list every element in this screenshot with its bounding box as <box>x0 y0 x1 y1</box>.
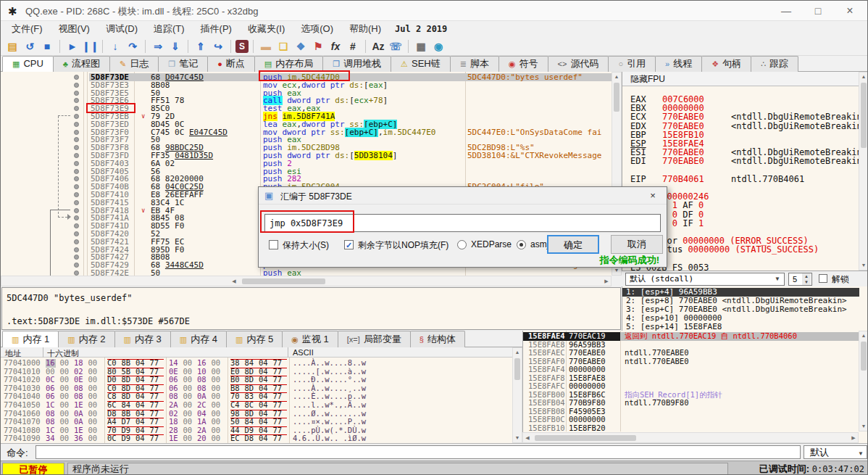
run-icon[interactable]: ► <box>64 39 80 54</box>
hex-byte[interactable]: 38 <box>230 359 241 368</box>
tab-seh-chain[interactable]: ⚠SEH链 <box>391 56 451 72</box>
hex-byte[interactable]: D7 <box>122 418 132 426</box>
breakpoint-dot[interactable] <box>74 122 79 127</box>
labels-icon[interactable]: ❖ <box>293 39 309 54</box>
hex-byte[interactable]: 00 <box>88 401 99 410</box>
tab-watch[interactable]: ◉监视 1 <box>282 331 338 347</box>
keep-size-checkbox[interactable] <box>269 240 278 249</box>
run-to-cursor-icon[interactable]: ⇒ <box>150 39 166 54</box>
scroll-left-arrow[interactable]: ◀ <box>523 434 532 442</box>
hex-byte[interactable]: 00 <box>212 434 222 443</box>
tab-struct[interactable]: §结构体 <box>410 331 465 347</box>
hex-byte[interactable]: 00 <box>183 376 193 384</box>
hide-fpu-button[interactable]: 隐藏FPU <box>622 72 859 86</box>
hex-byte[interactable]: 04 <box>135 359 146 368</box>
hex-byte[interactable]: 04 <box>135 401 146 410</box>
register-row[interactable]: EDI770EABE0 <ntdll.DbgUiRemoteBreakin> <box>630 157 859 165</box>
hex-byte[interactable]: 84 <box>245 359 255 368</box>
hex-byte[interactable]: 00 <box>212 401 222 410</box>
breakpoint-dot[interactable] <box>74 263 79 268</box>
hex-byte[interactable]: 77 <box>273 359 283 368</box>
tab-memory-1[interactable]: ▥内存 1 <box>2 331 59 347</box>
spin-up-icon[interactable]: ▲ <box>802 273 811 279</box>
hex-byte[interactable]: 0C <box>107 434 117 443</box>
breakpoint-dot[interactable] <box>74 137 79 142</box>
hex-byte[interactable]: 04 <box>259 359 269 368</box>
hex-byte[interactable]: 00 <box>60 376 70 384</box>
case-icon[interactable]: Az <box>370 39 386 54</box>
scroll-down-arrow[interactable]: ▼ <box>859 261 868 270</box>
breakpoint-dot[interactable] <box>74 223 79 228</box>
tab-call-stack[interactable]: ❒调用堆栈 <box>322 56 391 72</box>
hex-byte[interactable]: 00 <box>88 359 99 368</box>
hex-byte[interactable]: 1E <box>74 401 84 410</box>
unlock-checkbox[interactable] <box>819 274 827 283</box>
hex-byte[interactable]: 0C <box>46 376 56 384</box>
chevron-down-icon[interactable]: ▼ <box>858 447 864 460</box>
hex-byte[interactable]: 04 <box>135 434 146 443</box>
modules-icon[interactable]: ☏ <box>388 39 404 54</box>
hex-byte[interactable]: D8 <box>245 434 255 443</box>
hex-byte[interactable]: 00 <box>183 359 193 368</box>
hex-byte[interactable]: 34 <box>46 434 56 443</box>
breakpoint-dot[interactable] <box>74 270 79 276</box>
hash-icon[interactable]: # <box>345 39 361 54</box>
hex-byte[interactable]: 77 <box>150 418 160 426</box>
bookmarks-icon[interactable]: ⚑ <box>310 39 326 54</box>
hex-byte[interactable]: 00 <box>212 359 222 368</box>
scroll-down-arrow[interactable]: ▼ <box>859 422 868 431</box>
hex-byte[interactable]: 00 <box>88 376 99 384</box>
step-out-icon[interactable]: ⇑ <box>193 39 209 54</box>
asmjit-radio[interactable] <box>517 240 526 249</box>
register-row[interactable]: EBP15E8FB10 <box>630 131 859 139</box>
menu-item-1[interactable]: 视图(V) <box>51 21 98 37</box>
hex-byte[interactable]: 00 <box>60 434 70 443</box>
register-row[interactable]: EAX007C6000 <box>630 95 859 104</box>
register-row[interactable]: EIP770B4061 ntdll.770B4061 <box>630 175 859 183</box>
disasm-row[interactable]: 5D8F742E50push eax <box>1 269 612 276</box>
dialog-close-icon[interactable]: × <box>643 189 662 202</box>
cancel-button[interactable]: 取消 <box>611 235 663 254</box>
tab-notes[interactable]: ❐笔记 <box>158 56 208 72</box>
breakpoint-dot[interactable] <box>74 130 79 135</box>
hex-byte[interactable]: 14 <box>169 359 179 368</box>
tab-cpu[interactable]: ▦CPU <box>2 56 54 72</box>
nop-fill-checkbox[interactable]: ✓ <box>344 240 354 249</box>
stack-vscrollbar[interactable]: ▲ ▼ <box>859 331 868 431</box>
hex-byte[interactable]: 77 <box>273 376 283 384</box>
scroll-up-arrow[interactable]: ▲ <box>859 73 868 81</box>
stack-pane[interactable]: 15E8FAE4770EAC19返回到 ntdll.770EAC19 自 ntd… <box>522 331 868 443</box>
menu-item-7[interactable]: 帮助(H) <box>341 21 389 37</box>
breakpoint-dot[interactable] <box>74 208 79 213</box>
hex-byte[interactable]: 0E <box>74 376 84 384</box>
menu-item-3[interactable]: 追踪(T) <box>146 21 193 37</box>
tab-trace[interactable]: ∴跟踪 <box>751 56 798 72</box>
hex-byte[interactable]: 08 <box>197 376 207 384</box>
ok-button[interactable]: 确定 <box>547 235 599 254</box>
minimize-button[interactable]: — <box>770 1 802 21</box>
hex-byte[interactable]: 77 <box>150 434 160 443</box>
command-profile-select[interactable]: 默认▼ <box>804 445 867 459</box>
hex-byte[interactable]: 04 <box>135 418 146 426</box>
functions-icon[interactable]: fx <box>327 39 343 54</box>
stack-row[interactable]: 15E8FAFC00000000 <box>523 382 859 391</box>
breakpoint-dot[interactable] <box>74 239 79 244</box>
arguments-pane[interactable]: 1: [esp+4] 96A59BB32: [esp+8] 770EABE0 <… <box>622 286 868 331</box>
breakpoint-dot[interactable] <box>74 114 79 119</box>
hex-byte[interactable]: D0 <box>107 376 117 384</box>
tab-handles[interactable]: ❖句柄 <box>701 56 751 72</box>
hex-byte[interactable]: 18 <box>169 418 179 426</box>
step-down-icon[interactable]: ⇓ <box>167 39 183 54</box>
hex-byte[interactable]: 00 <box>183 434 193 443</box>
maximize-button[interactable]: □ <box>802 1 834 21</box>
hex-byte[interactable]: 1A <box>197 418 207 426</box>
hex-byte[interactable]: 84 <box>122 401 132 410</box>
argument-row[interactable]: 5: [esp+14] 15E8FAE8 <box>622 323 859 331</box>
stack-row[interactable]: 15E8FAE4770EAC19返回到 ntdll.770EAC19 自 ntd… <box>523 332 859 341</box>
stack-row[interactable]: 15E8FAEC770EABE0ntdll.770EABE0 <box>523 349 859 358</box>
hex-byte[interactable]: B0 <box>230 376 241 384</box>
patch-icon[interactable]: ▬ <box>258 39 274 54</box>
hex-byte[interactable]: 04 <box>135 376 146 384</box>
scylla-icon[interactable]: S <box>235 40 249 53</box>
tab-locals[interactable]: [x=]局部变量 <box>338 331 411 347</box>
